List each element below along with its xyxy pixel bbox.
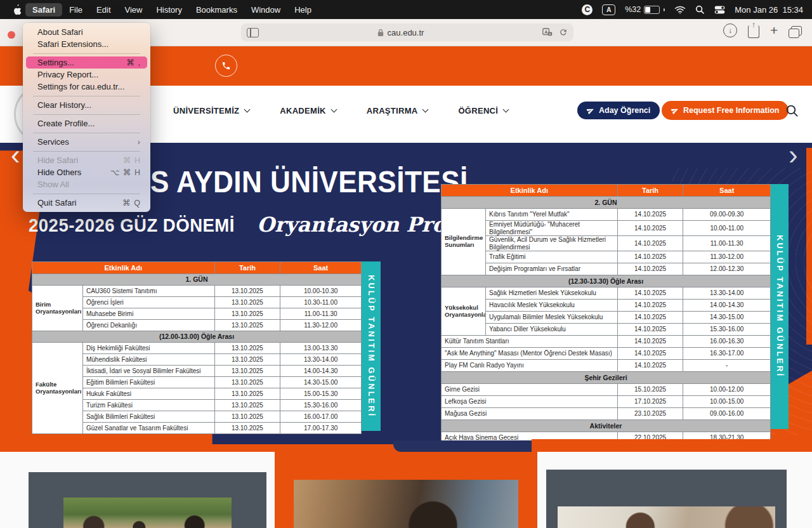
reload-icon[interactable] (559, 28, 568, 37)
table-cell: 13.30-14.00 (683, 287, 771, 300)
nav-items: ÜNİVERSİTEMİZAKADEMİKARAŞTIRMAÖĞRENCİ (173, 102, 508, 119)
table-cell: 10.00-11.00 (683, 221, 771, 236)
downloads-icon[interactable]: ↓ (723, 23, 737, 37)
table-cell: 13.00-13.30 (280, 343, 362, 354)
menu-item-services[interactable]: Services› (26, 136, 147, 148)
menu-separator (33, 96, 140, 96)
aday-ogrenci-button[interactable]: Aday Öğrenci (577, 102, 660, 119)
menubar-item-help[interactable]: Help (287, 3, 318, 16)
club-days-banner-right: KULÜP TANITIM GÜNLERİ (771, 184, 789, 429)
table-cell: 14.10.2025 (617, 300, 683, 312)
campus-photo-1 (63, 498, 232, 528)
table-cell: 09.00-16.00 (683, 408, 771, 420)
menu-item-quit-safari[interactable]: Quit Safari⌘ Q (26, 197, 147, 209)
table-row: Fakülte OryantasyonlarıDiş Hekimliği Fak… (32, 343, 362, 354)
nav-item-ara-tirma[interactable]: ARAŞTIRMA (367, 106, 428, 116)
wifi-icon[interactable] (674, 6, 686, 14)
table-cell: 11.00-11.30 (683, 236, 771, 251)
table-row: "Ask Me Anything" Masası (Mentor Öğrenci… (442, 348, 771, 360)
table-cell: CAU360 Sistemi Tanıtımı (82, 286, 214, 297)
battery-indicator[interactable]: %32 (625, 5, 665, 14)
table-cell: Play FM Canlı Radyo Yayını (442, 360, 618, 372)
table-cell: 13.10.2025 (214, 354, 280, 366)
menu-item-clear-history[interactable]: Clear History... (26, 99, 147, 111)
table-cell: Mühendislik Fakültesi (82, 354, 214, 366)
menubar-item-view[interactable]: View (118, 3, 150, 16)
table-cell: 11.30-12.00 (280, 320, 362, 331)
menubar-clock[interactable]: Mon Jan 26 15:34 (735, 5, 803, 15)
svg-text:a: a (549, 32, 551, 36)
control-center-icon[interactable] (714, 5, 725, 15)
input-source-icon[interactable]: A (602, 4, 615, 15)
new-tab-icon[interactable]: + (770, 23, 778, 38)
table-row: Şehir Gezileri (442, 372, 771, 384)
chevron-down-icon (422, 107, 429, 113)
table-cell: 13.10.2025 (214, 343, 280, 354)
site-search-icon[interactable] (785, 104, 799, 117)
menu-item-settings-for-cau-edu-tr[interactable]: Settings for cau.edu.tr... (26, 81, 147, 93)
table-cell: 13.10.2025 (214, 400, 280, 411)
send-icon (586, 105, 596, 116)
table-cell: 14.10.2025 (617, 324, 683, 336)
photo-card-2[interactable] (275, 452, 537, 528)
table-cell: 15.30-16.00 (683, 324, 771, 336)
table-row: Güvenlik, Acil Durum ve Sağlık Hizmetler… (442, 236, 771, 251)
table-cell: (12.30-13.30) Öğle Arası (442, 275, 771, 287)
table-row: Uygulamalı Bilimler Meslek Yüksekokulu14… (442, 312, 771, 324)
menu-item-hide-safari: Hide Safari⌘ H (26, 154, 147, 166)
table-cell: Birim Oryantasyonları (32, 286, 83, 331)
table-cell: "Ask Me Anything" Masası (Mentor Öğrenci… (442, 348, 618, 360)
carousel-next-arrow[interactable]: › (789, 141, 798, 169)
apple-menu-icon[interactable] (9, 4, 25, 15)
window-close-button[interactable] (8, 31, 15, 39)
menu-item-hide-others[interactable]: Hide Others⌥ ⌘ H (26, 166, 147, 178)
table-row: Aktiviteler (442, 420, 771, 432)
menu-item-safari-extensions[interactable]: Safari Extensions... (26, 38, 147, 50)
menubar-item-safari[interactable]: Safari (25, 3, 62, 16)
table-cell: 14.30-15.00 (280, 377, 362, 388)
table-row: Değişim Programları ve Fırsatlar14.10.20… (442, 263, 771, 275)
sidebar-icon[interactable] (247, 28, 259, 37)
url-bar[interactable]: cau.edu.tr Aa (241, 23, 573, 41)
nav-item--renci-[interactable]: ÖĞRENCİ (458, 106, 508, 116)
tab-overview-icon[interactable] (791, 26, 802, 36)
nav-item-akademi-k[interactable]: AKADEMİK (280, 106, 336, 116)
table-cell: Sağlık Bilimleri Fakültesi (82, 411, 214, 423)
carousel-prev-arrow[interactable]: ‹ (11, 141, 20, 169)
table-cell: Tarih (617, 185, 683, 197)
table-cell: - (683, 360, 771, 372)
menu-item-create-profile[interactable]: Create Profile... (26, 117, 147, 129)
assistant-menubar-icon[interactable]: C (582, 4, 593, 15)
table-row: Mağusa Gezisi23.10.202509.00-16.00 (442, 408, 771, 420)
menu-item-privacy-report[interactable]: Privacy Report... (26, 69, 147, 81)
toolbar-right-group: ↓ + (723, 23, 802, 38)
menubar-item-history[interactable]: History (149, 3, 188, 16)
table-cell: 14.10.2025 (617, 209, 683, 221)
spotlight-icon[interactable] (695, 5, 705, 15)
request-free-information-button[interactable]: Request Free Information (662, 101, 789, 120)
menubar-item-window[interactable]: Window (244, 3, 287, 16)
menu-item-settings[interactable]: Settings...⌘ , (26, 56, 147, 69)
table-cell: 11.00-11.30 (280, 308, 362, 320)
campus-photo-3 (558, 506, 775, 528)
table-cell: 10.30-11.00 (280, 297, 362, 308)
table-cell: 14.10.2025 (617, 287, 683, 300)
table-cell: 10.00-12.00 (683, 384, 771, 396)
table-cell: Muhasebe Birimi (82, 308, 214, 320)
menubar-item-file[interactable]: File (62, 3, 89, 16)
menubar-item-edit[interactable]: Edit (89, 3, 117, 16)
table-row: Emniyet Müdürlüğü- "Muhaceret Bilgilendi… (442, 221, 771, 236)
share-icon[interactable] (748, 25, 759, 38)
table-cell: 09.00-09.30 (683, 209, 771, 221)
menu-item-about-safari[interactable]: About Safari (26, 26, 147, 38)
safari-menu: About SafariSafari Extensions...Settings… (23, 23, 150, 212)
translate-icon[interactable]: Aa (542, 28, 553, 37)
table-cell: Mağusa Gezisi (442, 408, 618, 420)
table-cell: Kıbrıs Tanıtım "Yerel Mutfak" (486, 209, 618, 221)
nav-item--ni-versi-temi-z[interactable]: ÜNİVERSİTEMİZ (173, 106, 249, 116)
table-cell: Yüksekokul Oryantasyonları (442, 287, 486, 336)
table-cell: İktisadi, İdari ve Sosyal Bilimler Fakül… (82, 366, 214, 377)
menubar-item-bookmarks[interactable]: Bookmarks (189, 3, 244, 16)
photo-card-3[interactable] (546, 470, 787, 528)
photo-card-1[interactable] (29, 472, 266, 528)
